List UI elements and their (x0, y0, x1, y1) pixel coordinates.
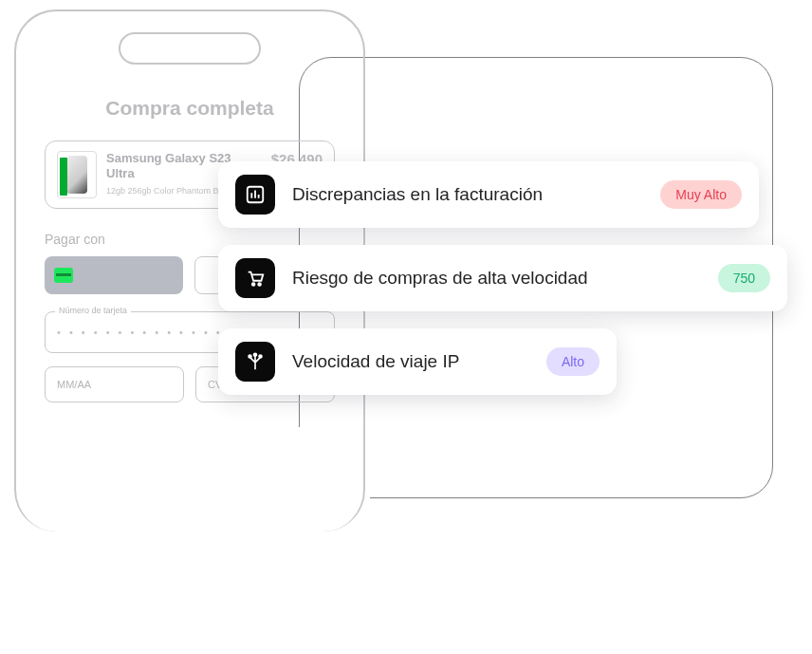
risk-title: Discrepancias en la facturación (292, 184, 643, 205)
expiry-placeholder: MM/AA (57, 379, 91, 390)
risk-card-ip: Velocidad de viaje IP Alto (218, 328, 617, 395)
chart-icon (235, 175, 275, 215)
network-icon (235, 342, 275, 382)
risk-title: Riesgo de compras de alta velocidad (292, 268, 701, 289)
svg-point-3 (249, 355, 251, 358)
risk-badge: Muy Alto (660, 180, 742, 209)
svg-point-4 (254, 353, 257, 356)
risk-title: Velocidad de viaje IP (292, 351, 529, 372)
expiry-input[interactable]: MM/AA (45, 366, 184, 402)
svg-point-2 (258, 283, 261, 286)
risk-badge: 750 (718, 264, 770, 292)
cart-icon (235, 258, 275, 298)
svg-point-1 (252, 283, 255, 286)
card-number-label: Número de tarjeta (55, 306, 131, 315)
pay-option-card[interactable] (45, 256, 183, 294)
page-title: Compra completa (45, 97, 335, 120)
risk-badge: Alto (546, 347, 600, 376)
credit-card-icon (54, 268, 73, 283)
product-thumbnail (57, 151, 97, 198)
svg-point-5 (259, 355, 262, 358)
risk-card-billing: Discrepancias en la facturación Muy Alto (218, 161, 759, 228)
risk-card-velocity: Riesgo de compras de alta velocidad 750 (218, 245, 787, 311)
phone-notch (119, 32, 261, 65)
